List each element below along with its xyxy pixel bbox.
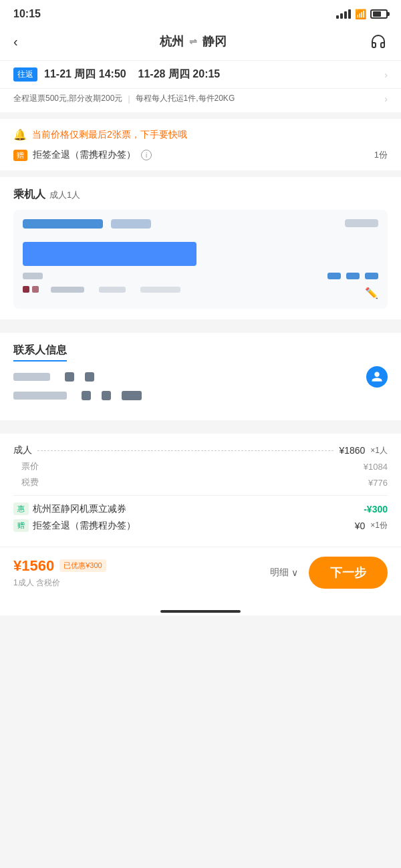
gift-price-row: 赠 拒签全退（需携程办签） ¥0 ×1份 (13, 519, 388, 532)
total-price: ¥1560 已优惠¥300 (13, 557, 106, 575)
chevron-down-icon: ∨ (291, 567, 298, 578)
alert-row: 🔔 当前价格仅剩最后2张票，下手要快哦 (13, 128, 388, 141)
discount-tag: 已优惠¥300 (59, 559, 106, 572)
status-bar: 10:15 📶 (0, 0, 401, 25)
header: ‹ 杭州 ⇌ 静冈 (0, 25, 401, 60)
ticket-price-label: 票价 (13, 460, 39, 472)
detail-button[interactable]: 明细 ∨ (270, 567, 298, 579)
bell-icon: 🔔 (13, 128, 27, 141)
headset-button[interactable] (369, 32, 388, 51)
ticket-price-row: 票价 ¥1084 (13, 460, 388, 472)
status-icons: 📶 (336, 9, 388, 19)
gift-price-value: ¥0 ×1份 (355, 520, 388, 531)
home-bar (160, 610, 241, 613)
contact-title: 联系人信息 (13, 343, 67, 361)
coupon-row: 惠 杭州至静冈机票立减券 -¥300 (13, 502, 388, 515)
passenger-section: 乘机人 成人1人 (0, 177, 401, 319)
tax-value: ¥776 (368, 478, 388, 488)
bottom-actions: 明细 ∨ 下一步 (270, 557, 388, 589)
adult-price-row: 成人 ¥1860 ×1人 (13, 444, 388, 456)
route-subinfo: 全程退票500元,部分改期200元 | 每程每人托运1件,每件20KG › (0, 88, 401, 112)
contact-row-2 (13, 391, 388, 400)
page-title: 杭州 ⇌ 静冈 (160, 33, 227, 49)
route-badge: 往返 (13, 67, 37, 82)
gift-price-badge: 赠 (13, 519, 29, 532)
route-info: 往返 11-21 周四 14:50 11-28 周四 20:15 › (0, 60, 401, 88)
gift-label: 拒签全退（需携程办签） (33, 149, 136, 161)
tax-label: 税费 (13, 476, 39, 488)
gift-row: 赠 拒签全退（需携程办签） i 1份 (13, 149, 388, 161)
bottom-price-area: ¥1560 已优惠¥300 1成人 含税价 (13, 557, 106, 589)
back-button[interactable]: ‹ (13, 34, 18, 49)
edit-passenger-button[interactable]: ✏️ (365, 287, 378, 299)
info-icon[interactable]: i (141, 150, 152, 160)
contact-row-1 (13, 372, 388, 382)
adult-price-value: ¥1860 ×1人 (339, 445, 388, 456)
gift-count: 1份 (374, 149, 388, 161)
pricing-panel: 成人 ¥1860 ×1人 票价 ¥1084 税费 ¥776 惠 杭州至静冈机票立… (0, 434, 401, 547)
alert-box: 🔔 当前价格仅剩最后2张票，下手要快哦 赠 拒签全退（需携程办签） i 1份 (0, 119, 401, 170)
coupon-label: 杭州至静冈机票立减券 (33, 503, 126, 515)
gift-count-badge: ×1份 (370, 520, 388, 531)
ticket-price-value: ¥1084 (364, 462, 388, 472)
gift-badge: 赠 (13, 150, 27, 161)
price-desc: 1成人 含税价 (13, 577, 106, 589)
bottom-bar: ¥1560 已优惠¥300 1成人 含税价 明细 ∨ 下一步 (0, 547, 401, 605)
alert-message: 当前价格仅剩最后2张票，下手要快哦 (32, 129, 187, 141)
adult-label: 成人 (13, 444, 32, 456)
status-time: 10:15 (13, 8, 41, 20)
adult-count: ×1人 (370, 445, 388, 456)
passenger-title: 乘机人 成人1人 (13, 188, 388, 202)
home-indicator (0, 605, 401, 615)
route-chevron[interactable]: › (384, 69, 388, 80)
passenger-card[interactable]: ✏️ (13, 210, 388, 309)
separator: | (128, 94, 130, 104)
subinfo-chevron[interactable]: › (384, 94, 388, 104)
contact-section: 联系人信息 (0, 333, 401, 420)
coupon-discount: -¥300 (364, 504, 388, 515)
wifi-icon: 📶 (355, 9, 366, 19)
coupon-badge: 惠 (13, 502, 29, 515)
tax-row: 税费 ¥776 (13, 476, 388, 488)
gift-price-label: 拒签全退（需携程办签） (33, 520, 136, 532)
route-dates: 11-21 周四 14:50 11-28 周四 20:15 (44, 67, 378, 82)
passenger-count: 成人1人 (49, 189, 80, 201)
contact-avatar-button[interactable] (366, 366, 388, 388)
battery-icon (370, 9, 388, 19)
signal-icon (336, 9, 351, 19)
next-button[interactable]: 下一步 (309, 557, 388, 589)
